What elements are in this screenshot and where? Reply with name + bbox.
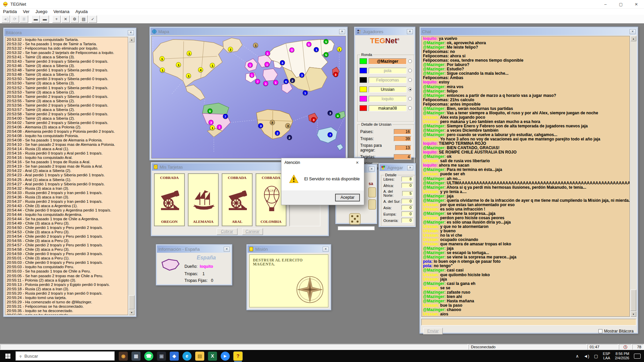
close-button[interactable]: ✕ xyxy=(629,0,644,9)
toolbar-add-troops-icon[interactable]: + xyxy=(52,15,61,23)
toolbar-list-icon[interactable]: ≣ xyxy=(20,15,28,23)
army-marker[interactable]: 3 xyxy=(285,123,290,128)
army-marker[interactable]: 2 xyxy=(228,47,233,52)
taskbar-app-tegnet-icon[interactable]: ? xyxy=(233,352,243,361)
scroll-up-icon[interactable]: ▲ xyxy=(129,37,135,42)
taskbar-app-game-icon[interactable]: ◉ xyxy=(119,352,128,361)
volume-icon[interactable]: ◄) xyxy=(584,354,589,359)
army-marker[interactable]: 1 xyxy=(160,67,165,72)
dialog-close-icon[interactable]: ✕ xyxy=(351,158,364,167)
card-alemania[interactable]: ALEMANIA xyxy=(188,173,219,226)
scroll-thumb[interactable] xyxy=(631,290,636,311)
army-marker[interactable]: 1 xyxy=(273,80,278,85)
card-oregon[interactable]: COBRADA OREGON xyxy=(154,173,185,226)
toolbar-end-turn-icon[interactable]: ✓ xyxy=(89,15,97,23)
card-aral[interactable]: COBRADA ARAL xyxy=(222,173,253,226)
taskbar-app-folder-icon[interactable]: ▤ xyxy=(195,352,204,361)
tray-chevron-icon[interactable]: ∧ xyxy=(576,354,579,359)
army-marker[interactable]: 1 xyxy=(303,90,308,95)
army-marker[interactable]: 3 xyxy=(333,72,338,77)
clock-date[interactable]: 8:56 PM2/4/2026 xyxy=(615,352,629,360)
army-marker[interactable]: 1 xyxy=(248,63,253,68)
army-marker[interactable]: 1 xyxy=(263,81,268,86)
army-marker[interactable]: 1 xyxy=(160,56,165,61)
army-marker[interactable]: 3 xyxy=(258,123,263,128)
taskbar-app-mail-icon[interactable]: ◈ xyxy=(170,352,179,361)
chat-close-icon[interactable]: ✕ xyxy=(630,29,636,34)
bitacora-close-icon[interactable]: ✕ xyxy=(128,30,134,35)
taskbar-app-excel-icon[interactable]: X xyxy=(208,352,217,361)
army-marker[interactable]: 2 xyxy=(290,78,295,83)
agregar-titlebar[interactable]: Agregar ✕ xyxy=(380,164,415,171)
minimize-button[interactable]: – xyxy=(598,0,613,9)
taskbar-app-dark-icon[interactable]: ▣ xyxy=(157,352,166,361)
army-marker[interactable]: 7 xyxy=(328,132,333,137)
toolbar-window-large-icon[interactable]: ▬ xyxy=(32,15,40,23)
jugadores-titlebar[interactable]: Jugadores ✕ xyxy=(355,28,414,35)
army-marker[interactable]: 3 xyxy=(289,48,294,53)
taskbar-search[interactable]: ⌕ Buscar xyxy=(15,351,115,361)
menu-item-ayuda[interactable]: Ayuda xyxy=(72,9,91,15)
army-marker[interactable]: 3 xyxy=(328,110,333,115)
army-marker[interactable]: 3 xyxy=(311,117,316,122)
army-marker[interactable]: 1 xyxy=(249,73,254,78)
bitacora-scrollbar[interactable]: ▲ ▼ xyxy=(129,37,135,315)
menu-item-ventana[interactable]: Ventana xyxy=(50,9,72,15)
mapa-titlebar[interactable]: Mapa ✕ xyxy=(151,28,346,35)
army-marker[interactable]: 2 xyxy=(275,131,280,136)
scroll-up-icon[interactable]: ▲ xyxy=(631,36,636,41)
army-marker[interactable]: 2 xyxy=(287,135,292,140)
taskbar-app-zoom-icon[interactable]: ► xyxy=(221,352,230,361)
chat-titlebar[interactable]: Chat ✕ xyxy=(421,28,637,35)
army-marker[interactable]: 4 xyxy=(335,113,340,118)
menu-item-ver[interactable]: Ver xyxy=(20,9,33,15)
toolbar-sound-icon[interactable]: ◄) xyxy=(2,15,10,23)
mision-close-icon[interactable]: ✕ xyxy=(323,247,329,252)
info-close-icon[interactable]: ✕ xyxy=(224,247,230,252)
army-marker[interactable]: 1 xyxy=(337,47,342,52)
cobrar-button[interactable]: Cobrar xyxy=(217,228,237,235)
enviar-button[interactable]: Enviar xyxy=(423,328,443,335)
player-radio[interactable] xyxy=(408,59,412,63)
menu-item-partida[interactable]: Partida xyxy=(0,9,20,15)
dialog-titlebar[interactable]: Atención ✕ xyxy=(281,158,364,167)
toolbar-window-small-icon[interactable]: ▬ xyxy=(41,15,49,23)
toolbar-refresh-icon[interactable]: ⟳ xyxy=(11,15,19,23)
player-radio[interactable] xyxy=(408,97,412,101)
army-marker[interactable]: 1 xyxy=(210,125,215,130)
mostrar-bitacora-checkbox[interactable] xyxy=(598,329,602,333)
army-marker[interactable]: 7 xyxy=(223,114,228,119)
world-map[interactable]: 1111141211351511133517116213673113332233… xyxy=(151,36,346,159)
player-radio[interactable] xyxy=(408,106,412,110)
army-marker[interactable]: 1 xyxy=(265,51,270,56)
army-marker[interactable]: 5 xyxy=(306,42,311,47)
player-radio[interactable] xyxy=(408,87,412,91)
army-marker[interactable]: 1 xyxy=(217,125,222,130)
menu-item-juego[interactable]: Juego xyxy=(33,9,50,15)
army-marker[interactable]: 3 xyxy=(280,60,285,65)
chat-scrollbar[interactable]: ▲ ▼ xyxy=(631,36,636,317)
army-marker[interactable]: 5 xyxy=(324,52,329,57)
player-radio[interactable] xyxy=(408,69,412,72)
player-radio[interactable] xyxy=(408,78,412,82)
canjear-button[interactable]: Canjear xyxy=(242,228,263,235)
agregar-close-icon[interactable]: ✕ xyxy=(407,165,413,170)
notification-icon[interactable] xyxy=(634,354,641,359)
army-marker[interactable]: 1 xyxy=(186,73,191,78)
army-marker[interactable]: 1 xyxy=(210,63,215,68)
language-indicator[interactable]: ESPLAA xyxy=(603,352,610,360)
scroll-down-icon[interactable]: ▼ xyxy=(129,310,135,315)
army-marker[interactable]: 4 xyxy=(198,67,203,72)
mapa-close-icon[interactable]: ✕ xyxy=(339,29,345,34)
army-marker[interactable]: 1 xyxy=(253,43,258,48)
army-marker[interactable]: 7 xyxy=(255,79,260,84)
army-marker[interactable]: 1 xyxy=(187,51,192,56)
mision-titlebar[interactable]: Misión ✕ xyxy=(248,245,330,253)
army-marker[interactable]: 1 xyxy=(176,62,181,67)
aceptar-button[interactable]: Aceptar xyxy=(335,194,360,201)
toolbar-regroup-icon[interactable]: ⚙ xyxy=(70,15,79,23)
army-marker[interactable]: 1 xyxy=(265,62,270,67)
dice-close-icon[interactable]: ✕ xyxy=(369,167,375,172)
scroll-down-icon[interactable]: ▼ xyxy=(631,311,636,317)
toolbar-cards-icon[interactable]: ▤ xyxy=(79,15,88,23)
